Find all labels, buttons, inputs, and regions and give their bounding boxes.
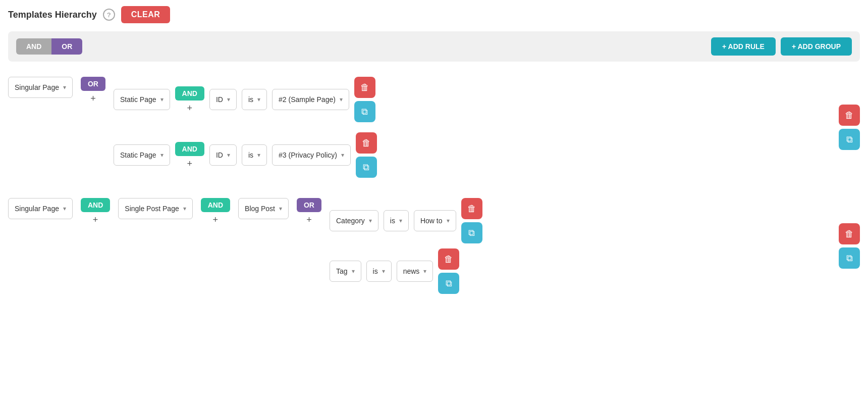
or-badge[interactable]: OR [297,198,321,212]
logic-toggles: AND OR [16,38,82,55]
rule2-field-label: ID [216,151,223,159]
chevron-down-icon: ▾ [352,268,355,275]
cond1-operator-dropdown[interactable]: is ▾ [384,210,409,231]
chevron-down-icon: ▾ [63,84,66,91]
chevron-down-icon: ▾ [423,268,426,275]
rule2-type-dropdown[interactable]: Static Page ▾ [114,144,170,166]
or-badge[interactable]: OR [81,77,105,91]
cond1-operator-label: is [390,217,395,225]
chevron-down-icon: ▾ [160,152,164,159]
group2-conditions: Category ▾ is ▾ How to ▾ 🗑 ⧉ [330,198,482,294]
clear-button[interactable]: CLEAR [121,6,171,23]
chevron-down-icon: ▾ [382,268,385,275]
rule1-operator-label: is [248,95,253,104]
rule2-value-dropdown[interactable]: #3 (Privacy Policy) ▾ [272,144,351,166]
group1-copy-button[interactable]: ⧉ [839,129,860,150]
rule2-actions: 🗑 ⧉ [356,132,377,178]
chevron-down-icon: ▾ [257,152,260,159]
rule2-field-dropdown[interactable]: ID ▾ [209,144,237,166]
chevron-down-icon: ▾ [227,96,230,103]
group2-blog-post-label: Blog Post [245,205,275,213]
cond1-copy-button[interactable]: ⧉ [461,222,482,243]
and-plus[interactable]: + [213,215,219,224]
or-plus[interactable]: + [90,94,96,103]
header: Templates Hierarchy ? CLEAR [8,6,860,23]
chevron-down-icon: ▾ [369,217,372,224]
cond1-value-dropdown[interactable]: How to ▾ [414,210,456,231]
add-group-button[interactable]: + ADD GROUP [781,37,852,56]
rule1-and-badge: AND + [175,86,204,113]
cond2-value-dropdown[interactable]: news ▾ [397,261,433,282]
main-content: Singular Page ▾ OR + Static Page ▾ AND [8,72,860,299]
and-badge[interactable]: AND [81,198,110,212]
chevron-down-icon: ▾ [183,205,186,212]
group2-condition2: Tag ▾ is ▾ news ▾ 🗑 ⧉ [330,248,482,294]
cond2-value-label: news [403,267,420,275]
and-badge[interactable]: AND [175,142,204,156]
group2-condition1: Category ▾ is ▾ How to ▾ 🗑 ⧉ [330,198,482,243]
toolbar-row: AND OR + ADD RULE + ADD GROUP [8,31,860,62]
group2-blog-post-dropdown[interactable]: Blog Post ▾ [238,198,289,219]
cond1-field-dropdown[interactable]: Category ▾ [330,210,378,231]
cond1-delete-button[interactable]: 🗑 [461,198,482,219]
group1-delete-button[interactable]: 🗑 [839,105,860,126]
rule1-copy-button[interactable]: ⧉ [354,101,375,122]
and-badge[interactable]: AND [201,198,230,212]
group2-copy-button[interactable]: ⧉ [839,247,860,269]
rule1-type-dropdown[interactable]: Static Page ▾ [114,89,170,110]
chevron-down-icon: ▾ [227,152,230,159]
add-buttons: + ADD RULE + ADD GROUP [711,37,852,56]
or-toggle[interactable]: OR [51,38,82,55]
chevron-down-icon: ▾ [257,96,260,103]
rule2-type-label: Static Page [120,151,156,159]
group1-singular-page-label: Singular Page [15,83,59,91]
group2-and-badge2: AND + [201,198,230,224]
chevron-down-icon: ▾ [160,96,164,103]
rule2-delete-button[interactable]: 🗑 [356,132,377,154]
group1-sub-rules: Static Page ▾ AND + ID ▾ is ▾ [114,77,377,178]
rule1-field-label: ID [216,95,223,104]
rule1-delete-button[interactable]: 🗑 [354,77,375,98]
group1-group-actions: 🗑 ⧉ [839,105,860,150]
and-plus[interactable]: + [187,159,192,168]
rule2-operator-dropdown[interactable]: is ▾ [242,144,267,166]
cond2-copy-button[interactable]: ⧉ [438,273,459,294]
chevron-down-icon: ▾ [399,217,402,224]
cond2-operator-dropdown[interactable]: is ▾ [366,261,392,282]
group2-row: Singular Page ▾ AND + Single Post Page ▾… [8,198,860,294]
group1-rule2: Static Page ▾ AND + ID ▾ is ▾ [114,132,377,178]
and-plus[interactable]: + [187,104,192,113]
group2-or-badge: OR + [297,198,321,224]
chevron-down-icon: ▾ [341,152,344,159]
cond2-actions: 🗑 ⧉ [438,248,459,294]
chevron-down-icon: ▾ [447,217,450,224]
cond1-field-label: Category [336,217,365,225]
group1-row: Singular Page ▾ OR + Static Page ▾ AND [8,77,860,178]
rule1-field-dropdown[interactable]: ID ▾ [209,89,237,110]
cond1-actions: 🗑 ⧉ [461,198,482,243]
help-icon[interactable]: ? [103,9,115,21]
group2-delete-button[interactable]: 🗑 [839,223,860,244]
add-rule-button[interactable]: + ADD RULE [711,37,776,56]
cond2-operator-label: is [373,267,378,275]
group1-or-badge: OR + [81,77,105,103]
group2-singular-page-dropdown[interactable]: Singular Page ▾ [8,198,73,219]
chevron-down-icon: ▾ [63,205,66,212]
group1-singular-page-dropdown[interactable]: Singular Page ▾ [8,77,73,98]
rule1-value-label: #2 (Sample Page) [279,95,336,104]
and-badge[interactable]: AND [175,86,204,101]
rule1-operator-dropdown[interactable]: is ▾ [242,89,267,110]
page-wrapper: Templates Hierarchy ? CLEAR AND OR + ADD… [0,0,868,400]
rule1-value-dropdown[interactable]: #2 (Sample Page) ▾ [272,89,349,110]
group2-singular-page-label: Singular Page [15,205,59,213]
or-plus[interactable]: + [306,215,312,224]
chevron-down-icon: ▾ [340,96,343,103]
and-toggle[interactable]: AND [16,38,51,55]
rule2-copy-button[interactable]: ⧉ [356,157,377,178]
group1-rule1: Static Page ▾ AND + ID ▾ is ▾ [114,77,377,122]
rule2-and-badge: AND + [175,142,204,168]
cond2-field-dropdown[interactable]: Tag ▾ [330,261,361,282]
cond2-delete-button[interactable]: 🗑 [438,248,459,270]
group2-single-post-dropdown[interactable]: Single Post Page ▾ [118,198,192,219]
and-plus[interactable]: + [93,215,98,224]
